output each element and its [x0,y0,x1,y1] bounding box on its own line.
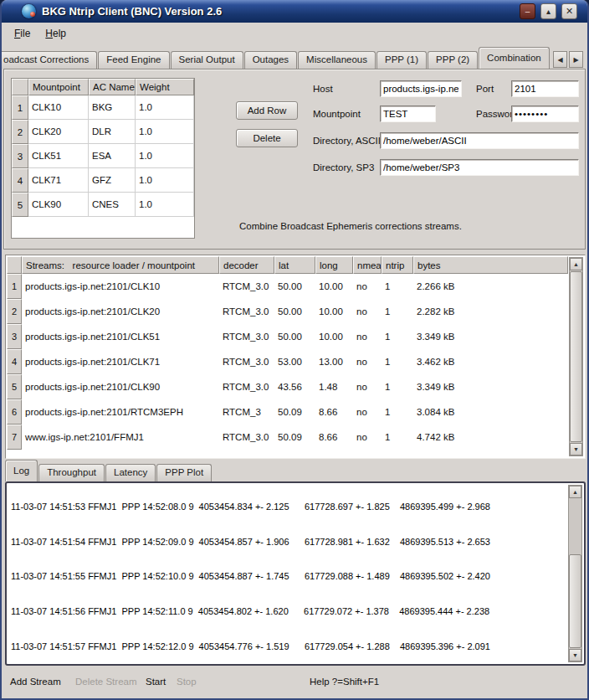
scroll-up-icon[interactable]: ▲ [569,486,581,498]
stream-long: 8.66 [315,425,353,450]
cell-weight[interactable]: 1.0 [136,144,194,168]
dir-sp3-input[interactable] [380,159,579,176]
col-header-streams: Streams: resource loader / mountpoint [22,256,219,274]
log-scrollbar[interactable]: ▲ ▼ [568,485,582,662]
app-icon [22,4,36,18]
stream-nmea: no [353,399,382,425]
tab-ppp-2[interactable]: PPP (2) [428,51,478,69]
log-view[interactable]: 11-03-07 14:51:53 FFMJ1 PPP 14:52:08.0 9… [5,481,586,666]
stream-long: 1.48 [315,374,353,399]
stream-ntrip: 1 [382,399,413,425]
stream-lat: 43.56 [274,374,315,399]
password-input[interactable] [511,106,579,122]
stream-lat: 50.00 [274,324,315,349]
tab-miscellaneous[interactable]: Miscellaneous [298,51,376,69]
stream-row[interactable]: 3 products.igs-ip.net:2101/CLK51 RTCM_3.… [7,324,568,349]
stop-button[interactable]: Stop [177,677,197,687]
dir-ascii-input[interactable] [380,132,579,149]
row-number: 3 [12,144,28,168]
row-number: 2 [7,299,22,324]
cell-ac-name[interactable]: GFZ [89,168,136,193]
scroll-down-icon[interactable]: ▼ [570,443,582,456]
port-input[interactable] [511,80,579,97]
cell-ac-name[interactable]: CNES [89,193,136,217]
stream-mountpoint: products.igs-ip.net:2101/CLK71 [22,349,219,374]
log-text: 11-03-07 14:51:53 FFMJ1 PPP 14:52:08.0 9… [11,481,564,666]
cell-weight[interactable]: 1.0 [136,168,194,193]
streams-scrollbar[interactable]: ▲ ▼ [569,257,583,456]
tab-broadcast-corrections[interactable]: oadcast Corrections [2,51,97,69]
stream-ntrip: 1 [382,324,413,349]
stream-mountpoint: products.igs-ip.net:2101/CLK20 [22,299,219,324]
scroll-down-icon[interactable]: ▼ [569,649,581,661]
col-header-weight: Weight [136,79,194,95]
delete-stream-button[interactable]: Delete Stream [75,677,137,687]
footer-toolbar: Add Stream Delete Stream Start Stop Help… [2,666,587,698]
cell-mountpoint[interactable]: CLK90 [28,193,89,217]
stream-row[interactable]: 5 products.igs-ip.net:2101/CLK90 RTCM_3.… [7,374,568,399]
titlebar[interactable]: BKG Ntrip Client (BNC) Version 2.6 – ▴ ✕ [2,0,587,23]
stream-row[interactable]: 1 products.igs-ip.net:2101/CLK10 RTCM_3.… [7,274,568,299]
cell-ac-name[interactable]: BKG [89,95,136,120]
cell-mountpoint[interactable]: CLK10 [28,95,89,120]
menu-help[interactable]: Help [38,25,74,42]
menubar: File Help [2,23,587,44]
tab-feed-engine[interactable]: Feed Engine [98,51,169,69]
stream-nmea: no [353,374,382,399]
stream-long: 13.00 [315,349,353,374]
tab-throughput[interactable]: Throughput [38,464,105,481]
stream-row[interactable]: 6 products.igs-ip.net:2101/RTCM3EPH RTCM… [7,399,568,425]
stream-nmea: no [353,425,382,450]
tab-combination[interactable]: Combination [479,47,550,69]
stream-nmea: no [353,324,382,349]
host-input[interactable] [380,80,462,97]
tab-scroll-left-icon[interactable]: ◀ [553,51,567,68]
tab-log[interactable]: Log [5,460,38,481]
menu-file[interactable]: File [7,25,38,42]
table-row: 1 CLK10 BKG 1.0 [12,95,194,120]
host-label: Host [313,84,333,94]
mountpoint-input[interactable] [380,106,436,122]
tab-serial-output[interactable]: Serial Output [171,51,243,69]
cell-mountpoint[interactable]: CLK51 [28,144,89,168]
delete-row-button[interactable]: Delete [236,129,298,147]
stream-mountpoint: products.igs-ip.net:2101/RTCM3EPH [22,399,219,425]
start-button[interactable]: Start [146,677,166,687]
cell-mountpoint[interactable]: CLK20 [28,120,89,144]
row-number: 1 [12,95,28,120]
add-row-button[interactable]: Add Row [236,101,298,120]
tab-ppp-1[interactable]: PPP (1) [376,51,427,69]
cell-weight[interactable]: 1.0 [136,193,194,217]
scrollbar-thumb[interactable] [570,271,582,442]
col-header-bytes: bytes [413,256,568,274]
cell-weight[interactable]: 1.0 [136,95,194,120]
stream-row[interactable]: 7 www.igs-ip.net:2101/FFMJ1 RTCM_3.0 50.… [7,425,568,450]
stream-decoder: RTCM_3.0 [219,274,274,299]
scrollbar-thumb[interactable] [569,554,581,648]
stream-bytes: 3.462 kB [413,349,568,374]
streams-table: Streams: resource loader / mountpoint de… [5,255,586,459]
col-header-nmea: nmea [353,256,382,274]
tab-outages[interactable]: Outages [244,51,297,69]
add-stream-button[interactable]: Add Stream [10,677,61,687]
close-button[interactable]: ✕ [561,3,577,19]
row-number: 6 [7,399,22,425]
cell-mountpoint[interactable]: CLK71 [28,168,89,193]
cell-weight[interactable]: 1.0 [136,120,194,144]
col-header-ntrip: ntrip [382,256,413,274]
tab-latency[interactable]: Latency [105,464,156,481]
scroll-up-icon[interactable]: ▲ [570,258,582,270]
cell-ac-name[interactable]: ESA [89,144,136,168]
stream-decoder: RTCM_3.0 [219,299,274,324]
maximize-button[interactable]: ▴ [540,3,556,19]
help-hint: Help ?=Shift+F1 [310,677,379,687]
tab-ppp-plot[interactable]: PPP Plot [156,464,212,481]
col-header-decoder: decoder [219,256,274,274]
stream-row[interactable]: 4 products.igs-ip.net:2101/CLK71 RTCM_3.… [7,349,568,374]
tab-scroll-right-icon[interactable]: ▶ [569,51,583,68]
stream-decoder: RTCM_3.0 [219,349,274,374]
minimize-button[interactable]: – [520,3,535,19]
stream-row[interactable]: 2 products.igs-ip.net:2101/CLK20 RTCM_3.… [7,299,568,324]
table-row: 4 CLK71 GFZ 1.0 [12,168,194,193]
cell-ac-name[interactable]: DLR [89,120,136,144]
